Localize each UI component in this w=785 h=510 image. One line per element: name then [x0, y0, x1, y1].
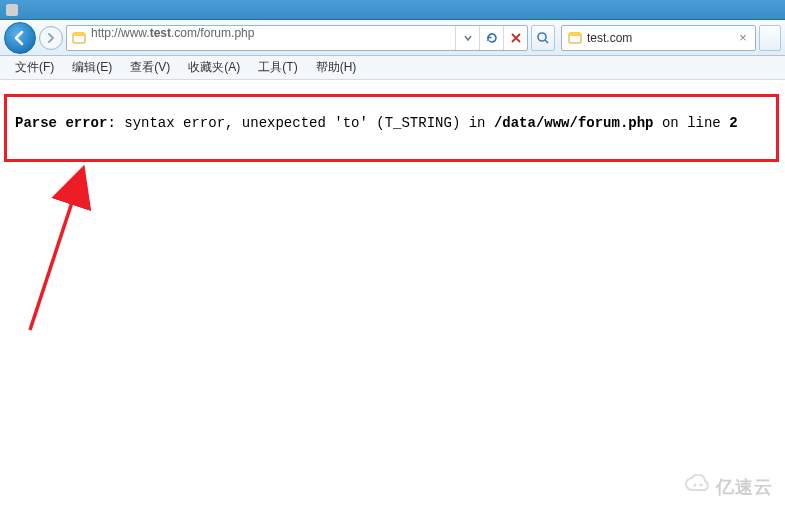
- address-bar[interactable]: http://www.test.com/forum.php: [66, 25, 528, 51]
- site-favicon: [67, 31, 91, 45]
- tab-favicon: [568, 31, 582, 45]
- url-dropdown-button[interactable]: [455, 26, 479, 50]
- forward-button[interactable]: [39, 26, 63, 50]
- svg-point-2: [538, 33, 546, 41]
- menu-view[interactable]: 查看(V): [121, 56, 179, 79]
- svg-line-5: [30, 178, 80, 330]
- arrow-left-icon: [12, 30, 28, 46]
- error-msg-part1: : syntax error, unexpected 'to' (T_STRIN…: [107, 115, 493, 131]
- svg-rect-1: [73, 33, 85, 36]
- window-titlebar: [0, 0, 785, 20]
- browser-navbar: http://www.test.com/forum.php test.com ×: [0, 20, 785, 56]
- error-highlight-box: Parse error: syntax error, unexpected 't…: [4, 94, 779, 162]
- cloud-icon: [684, 474, 712, 500]
- stop-button[interactable]: [503, 26, 527, 50]
- error-line: 2: [729, 115, 737, 131]
- menu-tools[interactable]: 工具(T): [249, 56, 306, 79]
- watermark: 亿速云: [684, 474, 773, 500]
- refresh-button[interactable]: [479, 26, 503, 50]
- search-icon: [536, 31, 550, 45]
- back-button[interactable]: [4, 22, 36, 54]
- tab-strip: test.com ×: [561, 25, 781, 51]
- annotation-arrow-icon: [20, 160, 130, 340]
- menu-file[interactable]: 文件(F): [6, 56, 63, 79]
- tab-active[interactable]: test.com ×: [561, 25, 756, 51]
- error-path: /data/www/forum.php: [494, 115, 654, 131]
- menu-edit[interactable]: 编辑(E): [63, 56, 121, 79]
- url-input[interactable]: http://www.test.com/forum.php: [91, 26, 455, 50]
- svg-point-6: [693, 483, 696, 486]
- error-label: Parse error: [15, 115, 107, 131]
- menu-bar: 文件(F) 编辑(E) 查看(V) 收藏夹(A) 工具(T) 帮助(H): [0, 56, 785, 80]
- titlebar-favicon: [6, 4, 18, 16]
- menu-help[interactable]: 帮助(H): [307, 56, 366, 79]
- tab-close-button[interactable]: ×: [737, 32, 749, 44]
- tab-label: test.com: [587, 31, 732, 45]
- svg-point-7: [699, 483, 702, 486]
- search-button[interactable]: [531, 25, 555, 51]
- page-content: Parse error: syntax error, unexpected 't…: [0, 80, 785, 510]
- error-msg-part2: on line: [654, 115, 730, 131]
- arrow-right-icon: [46, 33, 56, 43]
- close-icon: [510, 32, 522, 44]
- chevron-down-icon: [464, 34, 472, 42]
- new-tab-button[interactable]: [759, 25, 781, 51]
- menu-favorites[interactable]: 收藏夹(A): [179, 56, 249, 79]
- refresh-icon: [485, 31, 499, 45]
- svg-rect-4: [569, 33, 581, 36]
- watermark-text: 亿速云: [716, 475, 773, 499]
